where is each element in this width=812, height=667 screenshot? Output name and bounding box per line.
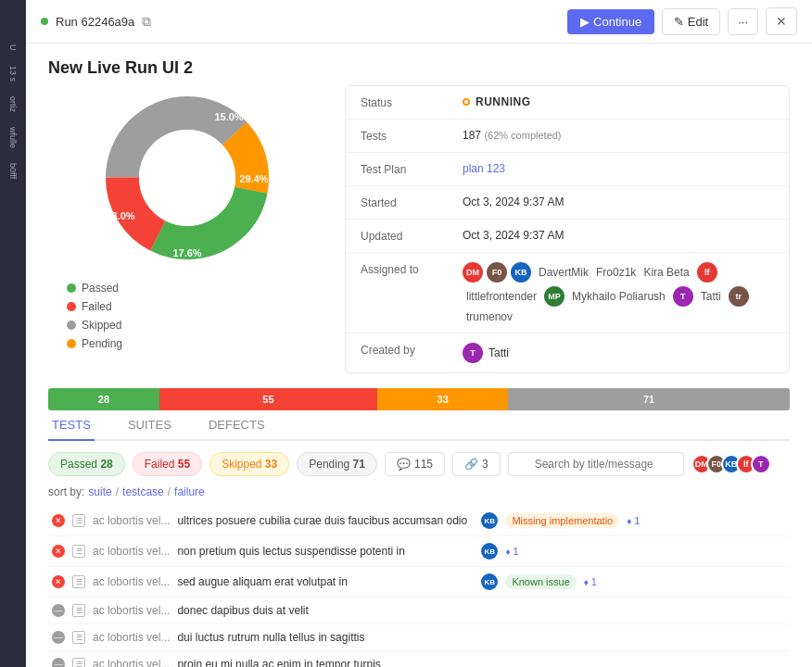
stats-label-tests: Tests	[361, 129, 463, 143]
stats-table: Status RUNNING Tests 187 (62% completed)	[345, 85, 790, 373]
test-row[interactable]: — ☰ ac lobortis vel... donec dapibus dui…	[48, 598, 790, 624]
test-row[interactable]: ✕ ☰ ac lobortis vel... ultrices posuere …	[48, 506, 790, 536]
test-row[interactable]: — ☰ ac lobortis vel... proin eu mi nulla…	[48, 651, 790, 667]
issue-tag: Known issue	[505, 574, 576, 589]
stats-row-status: Status RUNNING	[346, 86, 789, 120]
test-row[interactable]: ✕ ☰ ac lobortis vel... sed augue aliquam…	[48, 567, 790, 598]
assignee-name-davertmik: DavertMik	[539, 266, 589, 279]
sort-testcase[interactable]: testcase	[122, 485, 164, 498]
close-button[interactable]: ✕	[766, 7, 797, 35]
progress-pending-label: 71	[643, 394, 654, 405]
stats-label-started: Started	[361, 195, 463, 209]
assignee-name-froozik: Fro0z1k	[596, 266, 636, 279]
chart-legend: Passed Failed Skipped Pending	[48, 282, 326, 350]
avatar-tatti: T	[673, 286, 693, 307]
progress-skipped: 33	[377, 388, 508, 410]
chart-label-pending: 17.6%	[172, 247, 201, 258]
filter-pending-count: 71	[353, 458, 365, 471]
copy-icon[interactable]: ⧉	[142, 14, 151, 30]
link-count: ♦1	[505, 546, 518, 557]
avatar-kirabeta: KB	[511, 262, 531, 283]
tests-count: 187	[463, 129, 481, 142]
stats-value-created: T Tatti	[463, 343, 774, 363]
progress-failed-label: 55	[262, 394, 273, 405]
legend-dot-skipped	[67, 321, 76, 330]
filter-failed[interactable]: Failed 55	[133, 452, 202, 476]
tests-pct: (62% completed)	[484, 130, 561, 141]
test-suite: ac lobortis vel...	[93, 514, 170, 527]
progress-passed: 28	[48, 388, 159, 410]
test-name: sed augue aliquam erat volutpat in	[177, 575, 474, 588]
chart-section: 29.4% 17.6% 38.0% 15.0% Passed Failed	[48, 85, 326, 373]
test-name: proin eu mi nulla ac enim in tempor turp…	[177, 658, 474, 667]
more-button[interactable]: ···	[728, 8, 758, 35]
search-input[interactable]	[508, 452, 684, 476]
test-row[interactable]: ✕ ☰ ac lobortis vel... non pretium quis …	[48, 536, 790, 567]
donut-chart: 29.4% 17.6% 38.0% 15.0%	[95, 85, 280, 271]
testplan-link[interactable]: plan 123	[463, 162, 505, 175]
status-icon: —	[52, 604, 65, 617]
test-row[interactable]: — ☰ ac lobortis vel... dui luctus rutrum…	[48, 624, 790, 651]
filter-skipped[interactable]: Skipped 33	[209, 452, 289, 476]
legend-dot-passed	[67, 283, 76, 293]
link-count: ♦1	[627, 515, 640, 526]
progress-bar: 28 55 33 71	[48, 388, 790, 410]
filter-pending[interactable]: Pending 71	[297, 452, 377, 476]
continue-button[interactable]: ▶ Continue	[567, 9, 654, 34]
test-list: ✕ ☰ ac lobortis vel... ultrices posuere …	[48, 506, 790, 667]
sort-failure[interactable]: failure	[174, 485, 205, 498]
legend-label-passed: Passed	[82, 282, 119, 295]
sidebar-label-3: wfulle	[8, 127, 18, 148]
tab-suites[interactable]: SUITES	[124, 410, 175, 441]
header-right: ▶ Continue ✎ Edit ··· ✕	[567, 7, 797, 35]
chart-label-passed: 29.4%	[239, 173, 268, 184]
filter-failed-count: 55	[178, 458, 190, 471]
progress-skipped-label: 33	[438, 394, 449, 405]
creator-name: Tatti	[488, 346, 509, 359]
legend-label-pending: Pending	[82, 337, 122, 350]
stats-label-updated: Updated	[361, 229, 463, 243]
test-suite: ac lobortis vel...	[93, 575, 170, 588]
tab-defects[interactable]: DEFECTS	[205, 410, 269, 441]
message-icon: 💬	[397, 458, 411, 471]
messages-count: 115	[414, 458, 433, 471]
avatar-froozik: F0	[487, 262, 507, 283]
legend-passed: Passed	[67, 282, 326, 295]
links-count: 3	[482, 458, 488, 471]
legend-label-failed: Failed	[82, 300, 112, 313]
progress-passed-label: 28	[98, 394, 109, 405]
stats-value-updated: Oct 3, 2024 9:37 AM	[463, 229, 774, 242]
stats-value-status: RUNNING	[463, 95, 774, 108]
file-icon: ☰	[72, 545, 85, 558]
stats-section: Status RUNNING Tests 187 (62% completed)	[345, 85, 790, 373]
progress-failed: 55	[159, 388, 377, 410]
test-name: donec dapibus duis at velit	[177, 604, 474, 617]
stats-row-assigned: Assigned to DM F0 KB DavertMik Fro0z1k K…	[346, 253, 789, 334]
sort-suite[interactable]: suite	[88, 485, 111, 498]
sidebar-label-u: U	[8, 44, 18, 51]
status-text: RUNNING	[476, 95, 531, 108]
assignee-name-mykhailo: Mykhailo Poliarush	[572, 290, 666, 303]
filter-passed[interactable]: Passed 28	[48, 452, 125, 476]
test-suite: ac lobortis vel...	[93, 604, 170, 617]
progress-bar-container: 28 55 33 71	[26, 388, 812, 410]
filter-passed-label: Passed	[60, 458, 97, 471]
test-tag-avatar: KB	[481, 512, 498, 529]
stats-value-started: Oct 3, 2024 9:37 AM	[463, 195, 774, 208]
messages-btn[interactable]: 💬 115	[385, 452, 445, 476]
sort-sep-1: /	[116, 485, 119, 498]
test-suite: ac lobortis vel...	[93, 658, 170, 667]
legend-pending: Pending	[67, 337, 326, 350]
legend-skipped: Skipped	[67, 319, 326, 332]
stats-row-started: Started Oct 3, 2024 9:37 AM	[346, 186, 789, 220]
assignee-name-trumenov: trumenov	[466, 310, 513, 323]
status-icon: —	[52, 631, 65, 644]
stats-row-updated: Updated Oct 3, 2024 9:37 AM	[346, 220, 789, 253]
edit-button[interactable]: ✎ Edit	[662, 8, 720, 35]
test-suite: ac lobortis vel...	[93, 631, 170, 644]
links-btn[interactable]: 🔗 3	[452, 452, 501, 476]
tab-tests[interactable]: TESTS	[48, 410, 95, 441]
stats-value-assignees: DM F0 KB DavertMik Fro0z1k Kira Beta lf …	[463, 262, 774, 323]
filter-bar: Passed 28 Failed 55 Skipped 33 Pending 7…	[48, 452, 790, 476]
test-name: dui luctus rutrum nulla tellus in sagitt…	[177, 631, 474, 644]
